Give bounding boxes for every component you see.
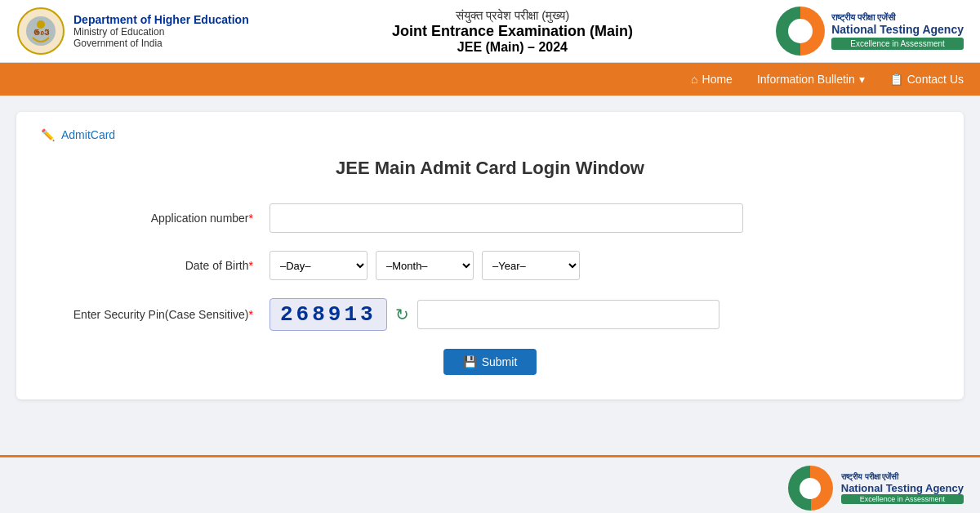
footer-nta-hindi: राष्ट्रीय परीक्षा एजेंसी	[841, 472, 964, 482]
footer-nta-name: National Testing Agency	[841, 482, 964, 494]
date-selects: –Day–12345678910111213141516171819202122…	[270, 251, 580, 280]
refresh-captcha-icon[interactable]: ↻	[395, 305, 409, 324]
nta-text-block: राष्ट्रीय परीक्षा एजेंसी National Testin…	[831, 12, 964, 50]
dropdown-icon: ▾	[859, 73, 865, 86]
captcha-row: Enter Security Pin(Case Sensitive)* 2689…	[41, 298, 939, 331]
ministry-name: Ministry of Education	[74, 26, 249, 38]
year-select[interactable]: –Year–2000200120022003200420052006200720…	[482, 251, 580, 280]
contact-us-link[interactable]: 📋 Contact Us	[889, 73, 964, 86]
svg-point-3	[37, 20, 45, 29]
nta-badge: Excellence in Assessment	[831, 38, 964, 50]
captcha-label: Enter Security Pin(Case Sensitive)*	[41, 308, 270, 321]
main-content: ✏️ AdmitCard JEE Main Admit Card Login W…	[0, 96, 980, 455]
dob-row: Date of Birth* –Day–12345678910111213141…	[41, 251, 939, 280]
contact-icon: 📋	[889, 73, 903, 86]
header-right: राष्ट्रीय परीक्षा एजेंसी National Testin…	[776, 7, 964, 56]
captcha-group: 268913 ↻	[270, 298, 719, 331]
app-number-row: Application number*	[41, 203, 939, 233]
home-label: Home	[702, 73, 733, 86]
month-select[interactable]: –Month–JanuaryFebruaryMarchAprilMayJuneJ…	[376, 251, 474, 280]
nta-logo: राष्ट्रीय परीक्षा एजेंसी National Testin…	[776, 7, 964, 56]
captcha-input[interactable]	[417, 300, 719, 329]
sub-title: JEE (Main) – 2024	[249, 40, 777, 55]
dob-label: Date of Birth*	[41, 259, 270, 272]
govt-emblem-icon: 𝕲𝔬𝕴	[16, 7, 65, 56]
info-bulletin-label: Information Bulletin	[757, 73, 855, 86]
footer-nta-badge: Excellence in Assessment	[841, 494, 964, 504]
nta-hindi-text: राष्ट्रीय परीक्षा एजेंसी	[831, 12, 964, 23]
main-title: Joint Entrance Examination (Main)	[249, 23, 777, 40]
nta-logo-inner	[788, 19, 813, 43]
contact-us-label: Contact Us	[907, 73, 964, 86]
home-link[interactable]: ⌂ Home	[691, 73, 733, 86]
submit-label: Submit	[482, 355, 518, 368]
footer: राष्ट्रीय परीक्षा एजेंसी National Testin…	[0, 455, 980, 513]
navbar: ⌂ Home Information Bulletin ▾ 📋 Contact …	[0, 63, 980, 96]
footer-text-block: राष्ट्रीय परीक्षा एजेंसी National Testin…	[841, 472, 964, 504]
day-select[interactable]: –Day–12345678910111213141516171819202122…	[270, 251, 368, 280]
hindi-title: संयुक्त प्रवेश परीक्षा (मुख्य)	[249, 8, 777, 23]
captcha-image: 268913	[270, 298, 387, 331]
nta-name-text: National Testing Agency	[831, 23, 964, 36]
submit-icon: 💾	[463, 355, 477, 368]
header-left-text: Department of Higher Education Ministry …	[74, 13, 249, 49]
footer-nta: राष्ट्रीय परीक्षा एजेंसी National Testin…	[788, 466, 964, 511]
govt-name: Government of India	[74, 38, 249, 49]
submit-row: 💾 Submit	[41, 349, 939, 375]
login-card: ✏️ AdmitCard JEE Main Admit Card Login W…	[16, 112, 964, 399]
header-left: 𝕲𝔬𝕴 Department of Higher Education Minis…	[16, 7, 249, 56]
svg-text:𝕲𝔬𝕴: 𝕲𝔬𝕴	[33, 28, 50, 37]
page-title: JEE Main Admit Card Login Window	[41, 158, 939, 179]
footer-nta-logo-circle	[788, 466, 833, 511]
admitcard-icon: ✏️	[41, 128, 55, 141]
breadcrumb: ✏️ AdmitCard	[41, 128, 939, 141]
footer-nta-logo-inner	[800, 478, 821, 499]
submit-button[interactable]: 💾 Submit	[443, 349, 537, 375]
dept-name: Department of Higher Education	[74, 13, 249, 26]
header-center: संयुक्त प्रवेश परीक्षा (मुख्य) Joint Ent…	[249, 8, 777, 55]
app-number-label: Application number*	[41, 212, 270, 225]
header: 𝕲𝔬𝕴 Department of Higher Education Minis…	[0, 0, 980, 63]
home-icon: ⌂	[691, 73, 697, 86]
nta-logo-circle	[776, 7, 825, 56]
info-bulletin-link[interactable]: Information Bulletin ▾	[757, 73, 865, 86]
breadcrumb-label: AdmitCard	[61, 128, 115, 141]
application-number-input[interactable]	[270, 203, 743, 233]
